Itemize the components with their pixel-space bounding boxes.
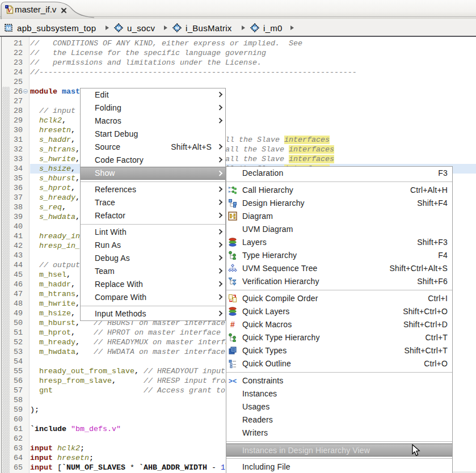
svg-text:M: M <box>253 26 257 31</box>
svg-text:M: M <box>6 25 11 31</box>
svg-text:M: M <box>175 26 179 31</box>
svg-text:M: M <box>117 26 121 31</box>
svg-text:#: # <box>230 320 235 329</box>
svg-text:><: >< <box>229 378 237 386</box>
